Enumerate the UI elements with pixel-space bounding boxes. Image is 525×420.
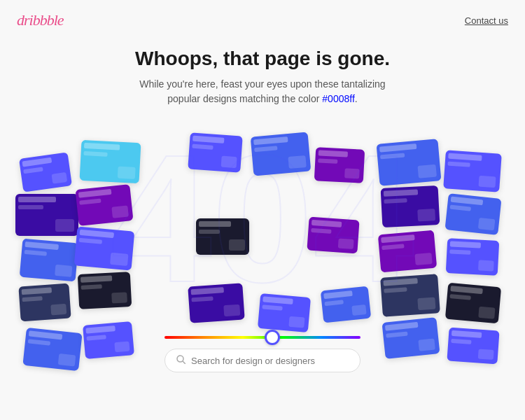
design-card[interactable] xyxy=(188,283,244,323)
design-card[interactable] xyxy=(22,328,82,371)
design-card[interactable] xyxy=(446,238,500,276)
hero-text-before: While you're here, feast your eyes upon … xyxy=(139,78,385,90)
design-card[interactable] xyxy=(18,284,71,322)
search-icon xyxy=(176,355,186,366)
design-card[interactable] xyxy=(382,317,440,359)
site-header: dribbble Contact us xyxy=(0,0,525,41)
color-link[interactable]: #0008ff xyxy=(322,93,354,104)
design-card[interactable] xyxy=(307,217,359,254)
design-card[interactable] xyxy=(314,147,365,183)
hero-text-after: popular designs matching the color xyxy=(167,93,322,104)
design-card[interactable] xyxy=(443,150,502,192)
design-card[interactable] xyxy=(80,140,141,183)
hero-section: Whoops, that page is gone. While you're … xyxy=(0,41,525,106)
design-card[interactable] xyxy=(258,293,311,332)
design-card[interactable] xyxy=(20,239,78,282)
design-card[interactable] xyxy=(445,283,501,323)
page-heading: Whoops, that page is gone. xyxy=(0,48,525,70)
design-card[interactable] xyxy=(377,139,442,186)
search-input[interactable] xyxy=(191,356,349,366)
design-card[interactable] xyxy=(15,194,78,236)
rainbow-track[interactable] xyxy=(164,336,360,339)
design-card[interactable] xyxy=(381,186,440,227)
slider-thumb[interactable] xyxy=(265,330,280,345)
svg-line-2 xyxy=(183,361,186,364)
collage-404: 404 xyxy=(0,113,525,330)
design-card[interactable] xyxy=(321,286,371,323)
design-card[interactable] xyxy=(196,218,249,255)
contact-link[interactable]: Contact us xyxy=(465,15,508,26)
design-card[interactable] xyxy=(378,230,437,273)
design-card[interactable] xyxy=(188,132,242,172)
search-box xyxy=(164,349,360,372)
design-card[interactable] xyxy=(444,193,501,235)
design-card[interactable] xyxy=(83,321,134,359)
design-card[interactable] xyxy=(78,272,132,309)
design-card[interactable] xyxy=(447,328,499,365)
design-card[interactable] xyxy=(75,184,133,226)
design-card[interactable] xyxy=(251,132,312,176)
hero-description: While you're here, feast your eyes upon … xyxy=(0,77,525,106)
design-card[interactable] xyxy=(74,227,135,271)
design-card[interactable] xyxy=(380,274,440,317)
logo[interactable]: dribbble xyxy=(17,11,64,29)
design-card[interactable] xyxy=(19,152,72,192)
